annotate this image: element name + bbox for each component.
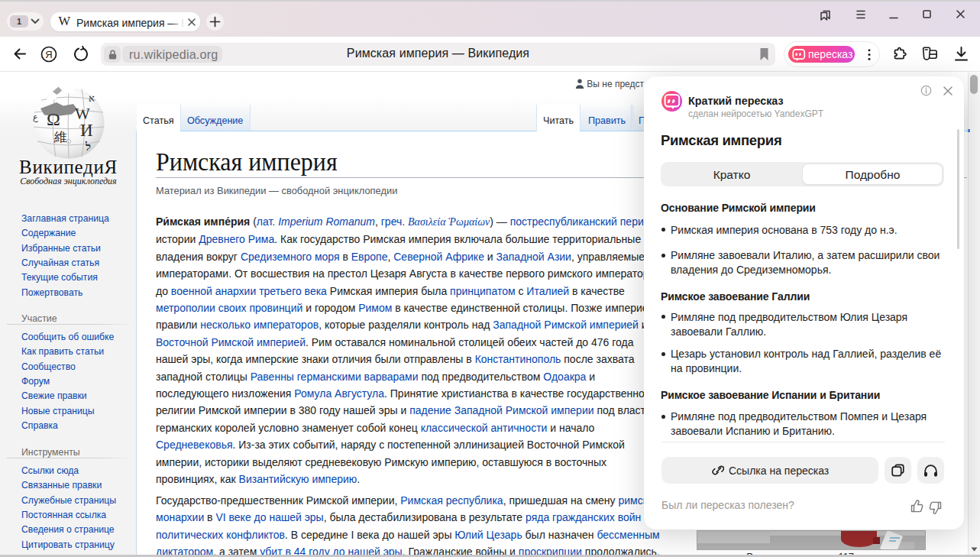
svg-text:א: א: [89, 92, 95, 104]
svg-text:ל: ל: [85, 141, 91, 153]
svg-text:И: И: [80, 121, 93, 140]
svg-text:Ω: Ω: [47, 109, 60, 129]
svg-text:ع: ع: [33, 112, 38, 122]
svg-text:維: 維: [53, 130, 67, 144]
